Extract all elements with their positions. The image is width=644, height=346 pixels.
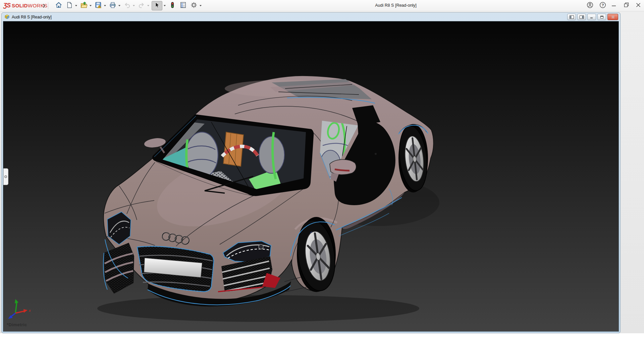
file-properties-button[interactable] xyxy=(179,1,187,10)
select-tool-button[interactable] xyxy=(152,1,162,10)
close-icon xyxy=(635,1,642,10)
minimize-icon xyxy=(590,14,594,20)
chevron-down-icon xyxy=(75,5,77,6)
document-restore-button[interactable] xyxy=(597,14,606,20)
app-window-title: Audi R8 S [Read-only] xyxy=(342,0,449,11)
open-folder-icon xyxy=(80,1,88,10)
document-close-button[interactable] xyxy=(607,14,618,20)
document-titlebar[interactable]: Audi R8 S [Read-only] xyxy=(3,13,619,21)
redo-button[interactable] xyxy=(137,1,146,10)
undo-icon xyxy=(123,1,131,10)
orientation-triad: x xyxy=(8,299,31,319)
view-orientation-label: *Dimetric xyxy=(7,322,27,327)
redo-dropdown[interactable] xyxy=(146,1,150,10)
new-document-icon xyxy=(66,1,73,10)
open-dropdown[interactable] xyxy=(88,1,93,10)
save-icon xyxy=(95,1,102,10)
assembly-icon xyxy=(4,14,10,20)
restore-icon xyxy=(623,1,630,10)
document-window: Audi R8 S [Read-only] xyxy=(1,12,621,333)
help-icon: ? xyxy=(599,1,606,10)
solidworks-logo: ƷS SOLIDWORKS xyxy=(3,0,48,11)
triad-x-label: x xyxy=(29,308,31,312)
select-tool-dropdown[interactable] xyxy=(162,1,167,10)
close-button[interactable] xyxy=(633,0,643,11)
menu-expand-arrow-icon[interactable]: ❯ xyxy=(42,3,46,8)
help-button[interactable]: ? xyxy=(598,0,608,11)
graphics-viewport[interactable]: x *Dimetric xyxy=(3,21,619,331)
car-model-render[interactable]: x xyxy=(3,21,619,331)
main-toolbar xyxy=(54,1,204,10)
chevron-down-icon xyxy=(164,5,166,6)
gear-icon xyxy=(190,1,198,10)
mdi-background: Audi R8 S [Read-only] xyxy=(0,11,644,333)
chevron-down-icon xyxy=(133,5,135,6)
print-icon xyxy=(109,1,116,10)
pane-left-button[interactable] xyxy=(567,14,576,20)
home-button[interactable] xyxy=(54,1,63,10)
traffic-light-icon xyxy=(169,1,176,10)
minimize-button[interactable] xyxy=(609,0,619,11)
home-icon xyxy=(55,1,62,10)
chevron-down-icon xyxy=(104,5,106,6)
options-dropdown[interactable] xyxy=(198,1,203,10)
new-document-dropdown[interactable] xyxy=(74,1,78,10)
document-title: Audi R8 S [Read-only] xyxy=(12,15,52,19)
svg-text:?: ? xyxy=(602,3,604,7)
pane-handle-icon xyxy=(4,175,7,178)
document-minimize-button[interactable] xyxy=(587,14,596,20)
account-icon xyxy=(586,1,594,10)
chevron-down-icon xyxy=(118,5,120,6)
options-button[interactable] xyxy=(190,1,198,10)
print-button[interactable] xyxy=(108,1,117,10)
print-dropdown[interactable] xyxy=(117,1,121,10)
undo-dropdown[interactable] xyxy=(131,1,136,10)
restore-icon xyxy=(600,14,604,20)
chevron-down-icon xyxy=(200,5,202,6)
restore-button[interactable] xyxy=(622,0,632,11)
close-icon xyxy=(611,14,615,20)
app-titlebar: ƷS SOLIDWORKS ❯ xyxy=(0,0,644,11)
new-document-button[interactable] xyxy=(65,1,74,10)
feature-manager-collapsed-tab[interactable] xyxy=(3,168,8,185)
toolbar-separator xyxy=(48,2,48,9)
chevron-down-icon xyxy=(147,5,149,6)
select-cursor-icon xyxy=(153,1,161,10)
redo-icon xyxy=(138,1,145,10)
open-button[interactable] xyxy=(79,1,88,10)
minimize-icon xyxy=(610,1,618,10)
save-button[interactable] xyxy=(94,1,103,10)
pane-right-button[interactable] xyxy=(577,14,586,20)
pane-right-icon xyxy=(580,14,584,20)
document-window-controls xyxy=(567,14,618,20)
file-properties-icon xyxy=(179,1,187,10)
undo-button[interactable] xyxy=(123,1,131,10)
chevron-down-icon xyxy=(90,5,92,6)
save-dropdown[interactable] xyxy=(103,1,107,10)
solidworks-logo-text-bold: SOLID xyxy=(12,3,28,8)
rebuild-button[interactable] xyxy=(168,1,177,10)
pane-left-icon xyxy=(570,14,574,20)
solidworks-logo-mark: ƷS xyxy=(3,2,10,9)
account-button[interactable] xyxy=(585,0,595,11)
left-mirror xyxy=(143,137,166,153)
